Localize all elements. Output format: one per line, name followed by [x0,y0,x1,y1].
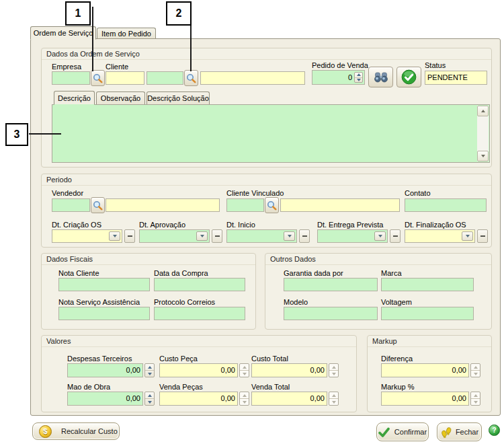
venda-pecas-spinner[interactable] [239,392,249,406]
cliente-vinculado-code-input[interactable] [226,198,264,212]
dt-entrega-clear-button[interactable] [390,229,401,243]
empresa-search-button[interactable] [91,70,105,86]
dt-aprovacao-clear-button[interactable] [212,229,222,243]
tab-item-do-pedido[interactable]: Item do Pedido [97,28,156,38]
dollar-coin-icon: $ [39,425,52,438]
cliente-vinculado-name-input[interactable] [280,198,400,212]
voltagem-input[interactable] [381,307,474,320]
dt-finalizacao-clear-button[interactable] [477,229,488,243]
callout-3: 3 [5,123,28,146]
dt-inicio-clear-button[interactable] [299,229,310,243]
venda-total-input[interactable]: 0,00 [251,392,327,406]
venda-pecas-input[interactable]: 0,00 [159,392,238,406]
fechar-button[interactable]: Fechar [437,422,482,441]
diferenca-input[interactable]: 0,00 [381,363,469,377]
tab-page-frame: Dados da Ordem de Serviço Empresa Client… [30,38,501,416]
cliente-label: Cliente [106,63,128,71]
callout-2-label: 2 [176,7,182,20]
tab-observacao-label: Observação [101,94,140,102]
tab-descricao[interactable]: Descrição [54,91,95,105]
scroll-up-icon[interactable] [477,106,489,116]
check-circle-icon [401,69,417,85]
markup-pct-input[interactable]: 0,00 [381,392,469,406]
cliente-code-input[interactable] [106,71,144,85]
cliente-id-input[interactable] [146,71,183,85]
custo-total-spinner[interactable] [329,363,339,377]
calendar-dropdown-icon[interactable] [462,231,473,241]
dt-criacao-clear-button[interactable] [124,229,135,243]
confirmar-button[interactable]: Confirmar [376,422,429,441]
dt-criacao-label: Dt. Criação OS [52,221,101,229]
mao-de-obra-spinner[interactable] [144,392,155,406]
cliente-vinculado-search-button[interactable] [265,197,279,213]
descricao-textarea[interactable] [52,104,490,163]
contato-input[interactable] [405,198,487,212]
pedido-venda-spinner[interactable] [354,72,363,83]
minus-icon [128,235,132,237]
status-value: PENDENTE [427,73,468,81]
modelo-label: Modelo [284,298,308,306]
despesas-terceiros-spinner[interactable] [144,363,155,377]
calendar-dropdown-icon[interactable] [284,231,295,241]
nota-servico-input[interactable] [58,307,150,320]
calendar-dropdown-icon[interactable] [374,231,386,241]
data-compra-input[interactable] [154,278,245,291]
nota-cliente-label: Nota Cliente [58,269,99,277]
calendar-dropdown-icon[interactable] [109,231,120,241]
status-input[interactable]: PENDENTE [425,71,487,85]
cliente-name-input[interactable] [200,71,305,85]
calendar-dropdown-icon[interactable] [196,231,208,241]
dt-aprovacao-input[interactable] [139,229,210,243]
venda-total-label: Venda Total [251,383,290,391]
vendedor-code-input[interactable] [52,198,90,212]
callout-1-label: 1 [75,7,81,20]
find-order-button[interactable] [368,67,393,87]
custo-peca-input[interactable]: 0,00 [159,363,238,377]
protocolo-correios-input[interactable] [154,307,245,320]
garantia-input[interactable] [284,278,378,291]
dt-criacao-input[interactable] [52,229,122,243]
vendedor-name-input[interactable] [106,198,220,212]
group-dados-fiscais-title: Dados Fiscais [42,254,255,265]
minus-icon [302,235,307,237]
tab-observacao[interactable]: Observação [96,91,145,104]
marca-input[interactable] [381,278,474,291]
apply-status-button[interactable] [396,67,421,87]
tab-descricao-solucao[interactable]: Descrição Solução [146,91,210,104]
dt-entrega-input[interactable] [317,229,388,243]
cliente-search-button[interactable] [184,70,198,86]
dt-finalizacao-input[interactable] [405,229,475,243]
dt-inicio-input[interactable] [226,229,297,243]
markup-pct-spinner[interactable] [470,392,480,406]
pedido-venda-label: Pedido de Venda [312,61,368,69]
custo-peca-spinner[interactable] [239,363,249,377]
group-periodo-title: Periodo [42,174,491,186]
minus-icon [215,235,220,237]
status-label: Status [425,61,446,69]
dt-finalizacao-label: Dt. Finalização OS [405,221,466,229]
despesas-terceiros-input[interactable]: 0,00 [67,363,143,377]
diferenca-spinner[interactable] [470,363,480,377]
cliente-vinculado-label: Cliente Vinculado [226,189,284,197]
descricao-scrollbar[interactable] [477,106,489,161]
modelo-input[interactable] [284,307,378,320]
group-valores-title: Valores [42,336,356,347]
mao-de-obra-input[interactable]: 0,00 [67,392,143,406]
nota-cliente-input[interactable] [58,278,150,291]
recalcular-custo-button[interactable]: $ Recalcular Custo [32,422,120,440]
empresa-input[interactable] [52,71,90,85]
tab-ordem-de-servico[interactable]: Ordem de Serviço [30,26,96,40]
custo-total-input[interactable]: 0,00 [251,363,327,377]
group-dados-ordem: Dados da Ordem de Serviço Empresa Client… [41,48,492,168]
spin-down-icon[interactable] [355,77,362,83]
marca-label: Marca [381,269,402,277]
group-dados-fiscais: Dados Fiscais Nota Cliente Data da Compr… [41,253,256,330]
group-markup: Markup Diferença 0,00 Markup % 0,00 [367,335,492,412]
protocolo-correios-label: Protocolo Correios [154,298,215,306]
venda-total-spinner[interactable] [329,392,339,406]
help-icon[interactable]: ? [489,424,500,436]
pedido-venda-input[interactable]: 0 [312,70,365,85]
scroll-down-icon[interactable] [477,151,489,161]
tab-descricao-solucao-label: Descrição Solução [147,94,209,102]
vendedor-search-button[interactable] [91,197,105,213]
